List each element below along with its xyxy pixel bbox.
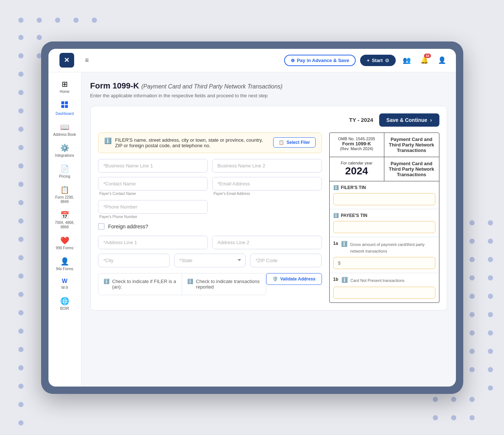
pay-advance-button[interactable]: ⊕ Pay in Advance & Save bbox=[284, 55, 356, 66]
sidebar-item-w9[interactable]: W W-9 bbox=[50, 275, 79, 293]
field-1a-number: 1a bbox=[333, 241, 338, 246]
gross-amount-input[interactable] bbox=[333, 257, 435, 269]
contact-sublabel: Payer's Contact Name bbox=[98, 192, 208, 196]
header-left: ≡ bbox=[85, 57, 89, 64]
chevron-right-icon: › bbox=[430, 117, 432, 123]
sidebar-item-form2290[interactable]: 📋 Form 2290, 8849 bbox=[50, 182, 79, 207]
zip-input[interactable] bbox=[250, 254, 322, 267]
validate-address-button[interactable]: 🛡️ Validate Address bbox=[266, 273, 322, 285]
w9-icon: W bbox=[62, 278, 67, 284]
transactions-check-title: ℹ️ Check to indicate transactions report… bbox=[187, 279, 261, 290]
omb-revision: (Rev. March 2024) bbox=[333, 146, 380, 151]
contact-email-row: Payer's Contact Name Payer's Email Addre… bbox=[98, 177, 322, 196]
sidebar-item-pricing[interactable]: 📄 Pricing bbox=[50, 162, 79, 182]
sidebar-dashboard-label: Dashboard bbox=[56, 112, 74, 116]
boir-icon: 🌐 bbox=[60, 297, 69, 305]
start-label: Start bbox=[372, 58, 383, 63]
payees-tin-label: ℹ️ PAYEE'S TIN bbox=[333, 213, 435, 218]
page-title: Form 1099-K (Payment Card and Third Part… bbox=[90, 81, 447, 91]
contact-name-field: Payer's Contact Name bbox=[98, 177, 208, 196]
home-icon: ⊞ bbox=[62, 80, 68, 88]
pay-advance-label: Pay in Advance & Save bbox=[297, 58, 349, 63]
sidebar-item-boir[interactable]: 🌐 BOIR bbox=[50, 294, 79, 314]
validate-label: Validate Address bbox=[280, 276, 315, 282]
7004-icon: 📅 bbox=[60, 211, 69, 220]
contact-name-input[interactable] bbox=[98, 177, 208, 191]
filer-check-title: ℹ️ Check to indicate if FILER is a (an): bbox=[104, 279, 177, 290]
svg-rect-1 bbox=[65, 101, 68, 104]
payees-tin-info-icon: ℹ️ bbox=[333, 213, 339, 218]
filers-tin-label: ℹ️ FILER'S TIN bbox=[333, 185, 435, 190]
form-right: OMB No. 1545-2205 Form 1099-K (Rev. Marc… bbox=[329, 133, 439, 303]
sidebar-7004-label: 7004, 4868, 8868 bbox=[52, 221, 77, 229]
business-name-line1-input[interactable] bbox=[98, 159, 208, 173]
sidebar-item-home[interactable]: ⊞ Home bbox=[50, 77, 79, 97]
omb-form-number: Form 1099-K bbox=[333, 141, 380, 146]
start-arrow-icon: ⊙ bbox=[385, 58, 389, 63]
990forms-icon: ❤️ bbox=[60, 236, 69, 245]
sidebar-item-address-book[interactable]: 📖 Address Book bbox=[50, 120, 79, 140]
select-filer-button[interactable]: 📋 Select Filer bbox=[273, 137, 315, 148]
payees-tin-input[interactable] bbox=[333, 221, 435, 233]
transactions-check-box: ℹ️ Check to indicate transactions report… bbox=[182, 273, 266, 295]
gross-amount-label: Gross amount of payment card/third party… bbox=[350, 242, 425, 253]
sidebar-item-94x[interactable]: 👤 94x Forms bbox=[50, 254, 79, 274]
logo-area: ✕ bbox=[56, 53, 78, 68]
form-card: TY - 2024 Save & Continue › ℹ️ bbox=[90, 106, 447, 311]
notification-button[interactable]: 🔔 33 bbox=[418, 54, 431, 67]
pricing-icon: 📄 bbox=[60, 164, 69, 173]
content-area: Form 1099-K (Payment Card and Third Part… bbox=[81, 72, 456, 387]
filer-check-box: ℹ️ Check to indicate if FILER is a (an): bbox=[98, 273, 182, 295]
start-button[interactable]: + Start ⊙ bbox=[360, 55, 395, 66]
filer-check-info-icon: ℹ️ bbox=[104, 279, 109, 284]
gross-amount-section: 1a ℹ️ Gross amount of payment card/third… bbox=[330, 237, 439, 273]
omb-calendar: For calendar year 2024 Payment Card and … bbox=[330, 157, 439, 181]
sidebar-94x-label: 94x Forms bbox=[56, 267, 73, 271]
save-continue-button[interactable]: Save & Continue › bbox=[379, 113, 439, 127]
address-lines-row bbox=[98, 236, 322, 249]
sidebar-boir-label: BOIR bbox=[60, 307, 69, 311]
address-line1-input[interactable] bbox=[98, 236, 208, 249]
omb-number: OMB No. 1545-2205 bbox=[333, 137, 380, 141]
svg-rect-3 bbox=[65, 105, 68, 108]
business-name-line2-input[interactable] bbox=[212, 159, 322, 173]
contacts-icon-button[interactable]: 👥 bbox=[400, 54, 413, 67]
select-filer-label: Select Filer bbox=[286, 140, 310, 145]
omb-calendar-right: Payment Card and Third Party Network Tra… bbox=[384, 157, 439, 181]
address-line2-input[interactable] bbox=[212, 236, 322, 249]
filer-info-section: ℹ️ FILER'S name, street address, city or… bbox=[98, 133, 322, 153]
state-select[interactable]: *State bbox=[174, 254, 246, 267]
email-input[interactable] bbox=[212, 177, 322, 191]
form2290-icon: 📋 bbox=[60, 185, 69, 194]
sidebar-item-dashboard[interactable]: Dashboard bbox=[50, 98, 79, 119]
dashboard-icon bbox=[61, 101, 69, 110]
cnp-input[interactable] bbox=[333, 287, 435, 299]
cnp-row: 1b ℹ️ Card Not Present transactions bbox=[333, 277, 435, 283]
phone-input[interactable] bbox=[98, 200, 208, 214]
omb-header: OMB No. 1545-2205 Form 1099-K (Rev. Marc… bbox=[330, 133, 439, 157]
foreign-address-checkbox[interactable] bbox=[98, 223, 105, 230]
sidebar-integrations-label: Integrations bbox=[55, 153, 74, 158]
calendar-label: For calendar year bbox=[333, 161, 380, 165]
hamburger-icon[interactable]: ≡ bbox=[85, 57, 89, 64]
filers-tin-section: ℹ️ FILER'S TIN bbox=[330, 181, 439, 209]
logo-icon[interactable]: ✕ bbox=[59, 53, 74, 68]
city-input[interactable] bbox=[98, 254, 170, 267]
sidebar-item-integrations[interactable]: ⚙️ Integrations bbox=[50, 141, 79, 161]
filers-tin-text: FILER'S TIN bbox=[341, 185, 366, 190]
gross-info: Gross amount of payment card/third party… bbox=[350, 241, 435, 254]
sidebar-990forms-label: 990 Forms bbox=[56, 246, 73, 250]
form-card-header: TY - 2024 Save & Continue › bbox=[98, 113, 439, 127]
ty-year-label: TY - 2024 bbox=[349, 117, 373, 123]
filers-tin-input[interactable] bbox=[333, 193, 435, 205]
sidebar-item-7004[interactable]: 📅 7004, 4868, 8868 bbox=[50, 208, 79, 232]
94x-icon: 👤 bbox=[60, 257, 69, 266]
user-profile-button[interactable]: 👤 bbox=[435, 54, 449, 67]
cnp-info: Card Not Present transactions bbox=[351, 277, 435, 283]
sidebar-item-990forms[interactable]: ❤️ 990 Forms bbox=[50, 233, 79, 253]
foreign-address-row: Foreign address? bbox=[98, 223, 322, 230]
phone-field: Payer's Phone Number bbox=[98, 200, 322, 219]
page-description: Enter the applicable information in the … bbox=[90, 93, 447, 98]
1b-info-icon: ℹ️ bbox=[341, 277, 348, 283]
omb-right-header: Payment Card and Third Party Network Tra… bbox=[384, 133, 439, 157]
